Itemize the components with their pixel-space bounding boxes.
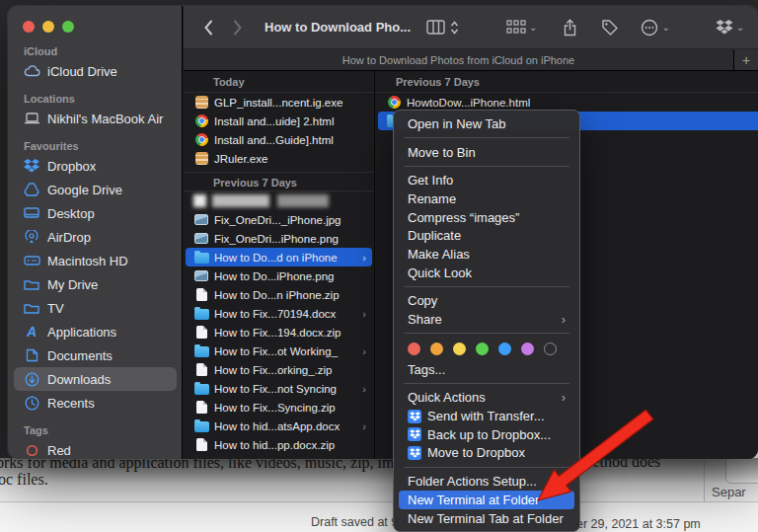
menu-item-label: Back up to Dropbox... <box>427 427 551 442</box>
sidebar-item-recents[interactable]: Recents <box>14 391 177 415</box>
file-row[interactable]: How to Fix...ot Working_› <box>186 342 372 360</box>
file-row[interactable]: How to Fix...70194.docx› <box>186 304 372 323</box>
submenu-chevron-icon: › <box>562 390 566 405</box>
group-by-control[interactable]: ⌄ <box>506 20 537 35</box>
sidebar-item-my-drive[interactable]: My Drive <box>14 272 177 296</box>
menu-item-compress-images[interactable]: Compress “images” <box>399 208 574 227</box>
menu-item-send-with-transfer[interactable]: Send with Transfer... <box>399 407 574 425</box>
screen: orks for media and application files, li… <box>0 0 758 532</box>
sidebar-item-macintosh-hd[interactable]: Macintosh HD <box>14 249 177 272</box>
file-row[interactable]: How to Fix...not Syncing› <box>186 379 372 398</box>
menu-item-tags[interactable]: Tags... <box>399 360 574 379</box>
forward-icon[interactable] <box>233 20 243 36</box>
file-name: How to Fix...ot Working_ <box>214 345 338 357</box>
sidebar-item-downloads[interactable]: Downloads <box>14 367 177 391</box>
group-by-icon[interactable] <box>506 20 526 35</box>
menu-item-share[interactable]: Share› <box>399 310 574 329</box>
sidebar-item-documents[interactable]: Documents <box>14 343 177 367</box>
close-button[interactable] <box>23 21 35 33</box>
tag-color-dot[interactable] <box>498 342 511 355</box>
tag-icon[interactable] <box>601 19 619 37</box>
file-row[interactable]: How to Do...d on iPhone› <box>186 248 372 266</box>
menu-item-label: New Terminal Tab at Folder <box>408 511 564 526</box>
chevron-down-icon: ⌄ <box>736 22 744 33</box>
file-row[interactable]: How to Do...n iPhone.zip <box>186 285 372 304</box>
clock-icon <box>23 394 40 412</box>
back-icon[interactable] <box>203 20 213 36</box>
file-row-redacted[interactable] <box>186 191 372 210</box>
tab-active[interactable]: How to Download Photos from iCloud on iP… <box>184 49 733 70</box>
tag-color-dot[interactable] <box>453 342 466 355</box>
menu-item-quick-actions[interactable]: Quick Actions› <box>399 389 574 408</box>
folder-icon <box>193 343 209 358</box>
file-row[interactable]: GLP_install...ncent.ig.exe <box>186 93 372 112</box>
chevron-right-icon: › <box>362 345 366 357</box>
more-actions-icon[interactable] <box>641 19 658 37</box>
menu-item-move-to-dropbox[interactable]: Move to Dropbox <box>399 444 574 463</box>
file-row[interactable]: JRuler.exe <box>186 149 372 168</box>
tab-bar: How to Download Photos from iCloud on iP… <box>184 49 758 71</box>
submenu-chevron-icon: › <box>562 312 566 327</box>
menu-item-folder-actions-setup[interactable]: Folder Actions Setup... <box>399 472 574 491</box>
file-row[interactable]: Fix_OneDri..._iPhone.jpg <box>186 210 372 229</box>
menu-item-move-to-bin[interactable]: Move to Bin <box>399 143 574 162</box>
menu-item-rename[interactable]: Rename <box>399 190 574 208</box>
editor-panel-label: Separ <box>712 485 746 499</box>
sidebar-item-red[interactable]: Red <box>14 438 177 459</box>
zoom-button[interactable] <box>62 21 74 33</box>
sidebar-item-label: Recents <box>47 396 95 411</box>
dropbox-toolbar-control[interactable]: ⌄ <box>716 20 744 35</box>
file-row[interactable]: How to Fix...orking_.zip <box>186 360 372 379</box>
tag-color-dot[interactable] <box>521 342 534 355</box>
more-actions-control[interactable]: ⌄ <box>641 19 669 37</box>
menu-item-quick-look[interactable]: Quick Look <box>399 264 574 282</box>
tag-color-dot[interactable] <box>476 342 489 355</box>
menu-item-new-terminal-at-folder[interactable]: New Terminal at Folder <box>399 491 574 509</box>
sidebar-item-label: iCloud Drive <box>47 64 117 79</box>
dropbox-icon <box>408 410 421 423</box>
file-row[interactable]: Fix_OneDri...iPhone.png <box>186 229 372 248</box>
new-tab-button[interactable]: + <box>733 49 758 70</box>
chrome-icon <box>193 114 209 128</box>
redacted-text <box>212 194 269 207</box>
file-row[interactable]: How to Fix...194.docx.zip <box>186 323 372 342</box>
zip-icon <box>193 325 209 340</box>
sidebar-item-desktop[interactable]: Desktop <box>14 201 177 225</box>
file-name: How to Fix...70194.docx <box>214 308 336 320</box>
tag-color-dot[interactable] <box>430 342 443 355</box>
file-row[interactable]: How to Do...iPhone.png <box>186 266 372 285</box>
menu-item-get-info[interactable]: Get Info <box>399 171 574 190</box>
sidebar-item-nikhil-s-macbook-air[interactable]: Nikhil's MacBook Air <box>14 107 177 130</box>
sidebar-item-label: Google Drive <box>47 183 122 197</box>
file-row[interactable]: Install and...Guide].html <box>186 130 372 149</box>
menu-separator <box>394 329 579 339</box>
menu-item-back-up-to-dropbox[interactable]: Back up to Dropbox... <box>399 425 574 444</box>
menu-item-duplicate[interactable]: Duplicate <box>399 226 574 245</box>
sidebar-section-label: iCloud <box>8 43 183 59</box>
tag-color-dot[interactable] <box>408 342 420 355</box>
share-icon[interactable] <box>563 19 577 37</box>
menu-item-new-terminal-tab-at-folder[interactable]: New Terminal Tab at Folder <box>399 509 574 528</box>
view-switcher[interactable] <box>426 20 459 35</box>
image-icon <box>193 231 209 246</box>
file-row[interactable]: How to Fix...Syncing.zip <box>186 398 372 417</box>
file-name: GLP_install...ncent.ig.exe <box>214 97 342 109</box>
view-stepper-icon[interactable] <box>450 21 459 35</box>
file-row[interactable]: Install and...uide] 2.html <box>186 112 372 130</box>
menu-item-make-alias[interactable]: Make Alias <box>399 245 574 264</box>
file-row[interactable]: How to hid...pp.docx.zip <box>186 435 372 454</box>
sidebar-item-icloud-drive[interactable]: iCloud Drive <box>14 59 177 83</box>
dropbox-icon[interactable] <box>716 20 733 35</box>
sidebar-item-airdrop[interactable]: AirDrop <box>14 225 177 249</box>
menu-item-copy[interactable]: Copy <box>399 292 574 311</box>
file-row[interactable]: How to hid...atsApp.docx› <box>186 417 372 435</box>
sidebar-item-google-drive[interactable]: Google Drive <box>14 178 177 201</box>
minimize-button[interactable] <box>42 21 54 33</box>
menu-item-open-in-new-tab[interactable]: Open in New Tab <box>399 114 574 133</box>
sidebar-item-label: AirDrop <box>47 230 91 245</box>
column-view-icon[interactable] <box>426 20 445 35</box>
sidebar-item-applications[interactable]: AApplications <box>14 320 177 343</box>
sidebar-item-dropbox[interactable]: Dropbox <box>14 154 177 178</box>
tag-color-none[interactable] <box>544 342 557 355</box>
sidebar-item-tv[interactable]: TV <box>14 296 177 320</box>
